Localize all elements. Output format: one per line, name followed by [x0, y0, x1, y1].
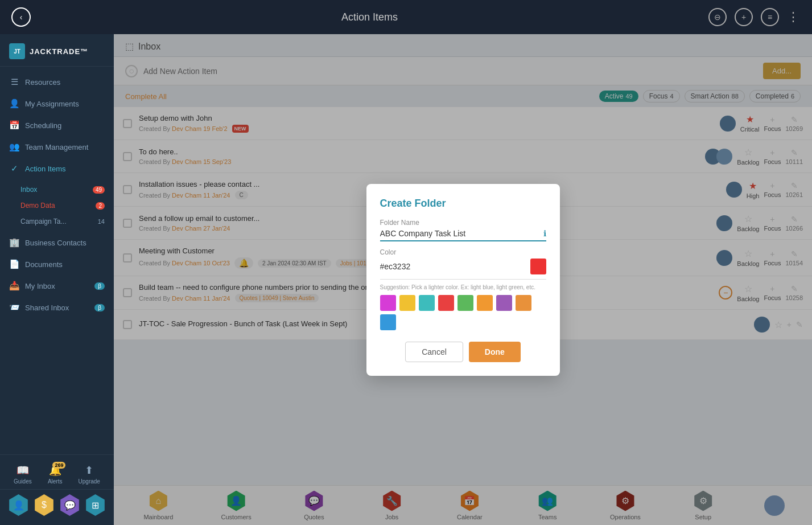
documents-label: Documents [25, 260, 63, 269]
bottom-nav: 📖 Guides 🔔 269 Alerts ⬆ Upgrade [0, 460, 114, 489]
swatch-red[interactable] [438, 295, 454, 311]
sub-item-demo-data[interactable]: Demo Data 2 [0, 198, 114, 214]
scheduling-label: Scheduling [25, 121, 61, 130]
sidebar-nav: ☰ Resources 👤 My Assignments 📅 Schedulin… [0, 67, 114, 454]
inbox-sub-label: Inbox [20, 186, 37, 194]
logo-text: JACKTRADE™ [30, 47, 88, 56]
nav-upgrade[interactable]: ⬆ Upgrade [79, 464, 100, 485]
resources-label: Resources [25, 78, 60, 87]
create-folder-modal: Create Folder Folder Name ℹ Color Sugges… [366, 184, 560, 376]
business-contacts-icon: 🏢 [9, 237, 19, 248]
content-area: ⬚ Inbox ○ Add... Complete All Active 49 … [114, 34, 812, 525]
swatch-teal[interactable] [419, 295, 435, 311]
folder-name-input[interactable] [380, 229, 539, 238]
nav-alerts[interactable]: 🔔 269 Alerts [48, 464, 63, 485]
alerts-label: Alerts [48, 478, 63, 485]
upgrade-icon: ⬆ [85, 464, 93, 477]
color-label: Color [380, 248, 546, 256]
sidebar-item-scheduling[interactable]: 📅 Scheduling [0, 114, 114, 136]
modal-title: Create Folder [380, 198, 546, 210]
alerts-badge: 269 [52, 462, 65, 469]
documents-icon: 📄 [9, 259, 19, 269]
color-swatch[interactable] [530, 259, 546, 274]
sidebar-item-action-items[interactable]: ✓ Action Items [0, 158, 114, 179]
my-inbox-icon: 📥 [9, 281, 19, 291]
modal-overlay: Create Folder Folder Name ℹ Color Sugges… [114, 34, 812, 525]
sidebar-item-resources[interactable]: ☰ Resources [0, 71, 114, 93]
shared-inbox-label: Shared Inbox [25, 303, 69, 312]
folder-name-row: ℹ [380, 229, 546, 241]
color-input-row [380, 259, 546, 280]
sidebar-item-documents[interactable]: 📄 Documents [0, 253, 114, 275]
swatch-orange[interactable] [477, 295, 493, 311]
swatch-amber[interactable] [516, 295, 531, 311]
inbox-badge: 49 [93, 186, 105, 194]
sidebar-item-team-management[interactable]: 👥 Team Management [0, 136, 114, 158]
demo-data-label: Demo Data [20, 202, 55, 210]
team-management-icon: 👥 [9, 142, 19, 152]
folder-name-label: Folder Name [380, 219, 546, 227]
info-icon[interactable]: ℹ [543, 229, 546, 238]
sidebar-icons-row: 👤 $ 💬 ⊞ [0, 489, 114, 520]
add-icon[interactable]: + [735, 8, 753, 26]
sidebar-bottom: 📖 Guides 🔔 269 Alerts ⬆ Upgrade 👤 $ 💬 ⊞ [0, 454, 114, 525]
sidebar-item-shared-inbox[interactable]: 📨 Shared Inbox β [0, 297, 114, 318]
filter-icon[interactable]: ⊖ [708, 8, 727, 26]
campaign-badge: 14 [98, 218, 105, 225]
done-button[interactable]: Done [469, 342, 521, 362]
main-layout: JT JACKTRADE™ ☰ Resources 👤 My Assignmen… [0, 34, 812, 525]
shared-inbox-icon: 📨 [9, 302, 19, 313]
assignments-icon: 👤 [9, 99, 19, 109]
business-contacts-label: Business Contacts [25, 239, 86, 247]
swatch-yellow[interactable] [399, 295, 415, 311]
assignments-label: My Assignments [25, 100, 79, 108]
guides-icon: 📖 [17, 464, 29, 477]
hex-person-icon[interactable]: 👤 [8, 494, 30, 516]
sidebar-logo: JT JACKTRADE™ [0, 34, 114, 67]
back-button[interactable]: ‹ [11, 7, 31, 27]
modal-actions: Cancel Done [380, 342, 546, 362]
sidebar: JT JACKTRADE™ ☰ Resources 👤 My Assignmen… [0, 34, 114, 525]
campaign-label: Campaign Ta... [20, 218, 67, 225]
swatch-violet[interactable] [496, 295, 512, 311]
menu-icon[interactable]: ≡ [761, 8, 779, 26]
hex-chat-icon[interactable]: 💬 [59, 494, 81, 516]
guides-label: Guides [14, 478, 32, 485]
swatch-purple[interactable] [380, 295, 396, 311]
scheduling-icon: 📅 [9, 120, 19, 130]
suggestion-text: Suggestion: Pick a lighter color. Ex: li… [380, 284, 546, 290]
resources-icon: ☰ [9, 77, 19, 87]
my-inbox-beta: β [94, 282, 105, 290]
color-text-input[interactable] [380, 262, 526, 271]
demo-data-badge: 2 [96, 202, 105, 210]
sub-item-inbox[interactable]: Inbox 49 [0, 182, 114, 198]
page-title: Action Items [341, 11, 398, 23]
more-options-icon[interactable]: ⋮ [787, 10, 801, 24]
hex-network-icon[interactable]: ⊞ [85, 494, 106, 516]
team-management-label: Team Management [25, 143, 88, 151]
top-bar-right: ⊖ + ≡ ⋮ [708, 8, 801, 26]
nav-guides[interactable]: 📖 Guides [14, 464, 32, 485]
shared-inbox-beta: β [94, 304, 105, 311]
upgrade-label: Upgrade [79, 478, 100, 485]
swatch-green[interactable] [457, 295, 473, 311]
swatch-blue[interactable] [380, 314, 396, 330]
sidebar-item-my-inbox[interactable]: 📥 My Inbox β [0, 275, 114, 297]
action-items-label: Action Items [25, 165, 66, 173]
sub-item-campaign[interactable]: Campaign Ta... 14 [0, 214, 114, 229]
sidebar-item-my-assignments[interactable]: 👤 My Assignments [0, 93, 114, 114]
hex-dollar-icon[interactable]: $ [34, 494, 55, 516]
action-items-icon: ✓ [9, 163, 19, 174]
logo-icon: JT [9, 43, 25, 59]
sub-nav: Inbox 49 Demo Data 2 Campaign Ta... 14 [0, 179, 114, 232]
sidebar-item-business-contacts[interactable]: 🏢 Business Contacts [0, 232, 114, 253]
color-swatches [380, 295, 546, 330]
top-bar-left: ‹ [11, 7, 31, 27]
my-inbox-label: My Inbox [25, 282, 55, 290]
top-bar: ‹ Action Items ⊖ + ≡ ⋮ [0, 0, 812, 34]
cancel-button[interactable]: Cancel [405, 342, 463, 362]
